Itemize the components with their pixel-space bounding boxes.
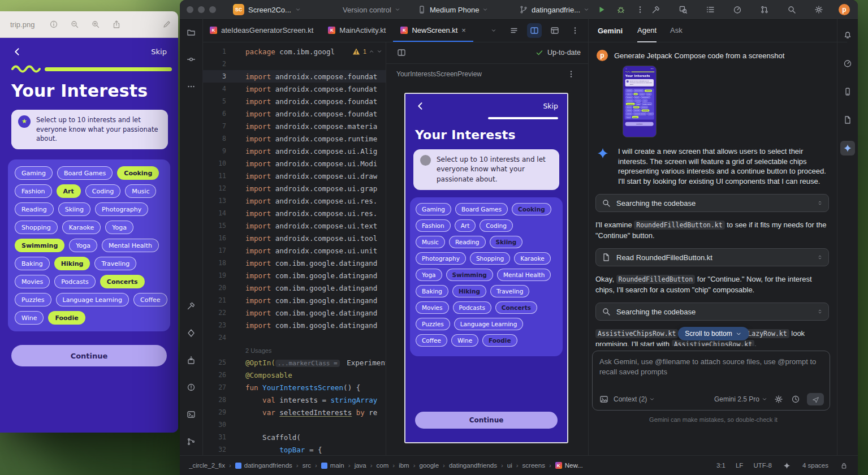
breadcrumb-item[interactable]: K datingandfriends	[449, 462, 507, 469]
breadcrumb-item[interactable]: K _circle_2_fix	[189, 462, 235, 469]
project-selector[interactable]: SC Screen2Co...	[233, 4, 301, 15]
breadcrumb-item[interactable]: K ibm	[399, 462, 419, 469]
zoom-in-icon[interactable]	[91, 20, 100, 29]
breadcrumb-item[interactable]: K src	[303, 462, 321, 469]
ai-status-icon[interactable]	[782, 460, 792, 470]
code-line[interactable]: 1package com.ibm.googl1	[202, 45, 386, 58]
vcs-widget[interactable]: Version control	[343, 0, 400, 19]
breadcrumb-item[interactable]: K java	[355, 462, 377, 469]
gemini-tab[interactable]: Agent	[637, 19, 657, 42]
more-tool-windows-icon[interactable]	[184, 79, 198, 94]
gemini-settings-icon[interactable]	[773, 394, 784, 405]
profile-avatar[interactable]: p	[839, 4, 850, 15]
pull-requests-icon[interactable]	[757, 2, 772, 17]
code-line[interactable]: 17import androidx.compose.ui.unit	[202, 244, 386, 257]
close-tab-icon[interactable]: ×	[461, 27, 466, 34]
breadcrumb-item[interactable]: K datingandfriends	[235, 462, 303, 469]
history-icon[interactable]	[790, 394, 801, 405]
code-line[interactable]: 20import com.ibm.google.datingand	[202, 282, 386, 294]
app-insights-icon[interactable]	[184, 326, 198, 340]
code-inspection-icon[interactable]	[676, 2, 690, 17]
breadcrumb-item[interactable]: K google	[420, 462, 449, 469]
gradle-icon[interactable]	[840, 56, 855, 71]
build-icon[interactable]	[649, 2, 663, 17]
code-line[interactable]: 30	[202, 418, 386, 431]
gemini-tab[interactable]: Ask	[670, 19, 683, 42]
line-ending[interactable]: LF	[736, 462, 743, 469]
code-line[interactable]: 5import androidx.compose.foundat	[202, 95, 386, 107]
zoom-out-icon[interactable]	[70, 20, 79, 29]
todo-list-icon[interactable]	[703, 2, 718, 17]
code-line[interactable]: 21import com.ibm.google.datingand	[202, 294, 386, 306]
hidden-tabs-icon[interactable]	[486, 23, 501, 38]
breadcrumb-item[interactable]: K ui	[507, 462, 522, 469]
tool-call-row[interactable]: Read RoundedFilledButton.kt	[595, 248, 829, 266]
expand-icon[interactable]	[817, 200, 823, 206]
code-line[interactable]: 31 Scaffold(	[202, 431, 386, 443]
send-button[interactable]	[807, 393, 824, 405]
branch-selector[interactable]: datingandfrie...	[519, 0, 589, 19]
code-line[interactable]: 22import com.ibm.google.datingand	[202, 306, 386, 319]
code-line[interactable]: 27fun YourInterestsScreen() {	[202, 381, 386, 394]
expand-icon[interactable]	[817, 309, 823, 314]
code-line[interactable]: 26@Composable	[202, 369, 386, 381]
file-encoding[interactable]: UTF-8	[753, 462, 772, 469]
profiler-icon[interactable]	[730, 2, 745, 17]
terminal-icon[interactable]	[184, 407, 198, 422]
code-line[interactable]: 7import androidx.compose.materia	[202, 120, 386, 132]
code-line[interactable]: 28 val interests = stringArray	[202, 394, 386, 406]
code-line[interactable]: 18import com.ibm.google.datingand	[202, 257, 386, 269]
breadcrumb-item[interactable]: K New...	[555, 462, 583, 469]
code-view-icon[interactable]	[507, 23, 521, 38]
code-line[interactable]: 13import androidx.compose.ui.res.	[202, 195, 386, 207]
debug-button[interactable]	[616, 0, 625, 19]
preview-layout-icon[interactable]	[394, 45, 409, 60]
gemini-tool-icon[interactable]	[840, 141, 855, 156]
editor-tab[interactable]: K MainActivity.kt ×	[321, 19, 393, 42]
code-editor[interactable]: 1package com.ibm.googl123import androidx…	[202, 42, 386, 456]
usages-hint[interactable]: 2 Usages	[245, 347, 271, 354]
close-button[interactable]	[187, 6, 193, 13]
lock-icon[interactable]	[839, 460, 849, 470]
breadcrumb-item[interactable]: K main	[321, 462, 355, 469]
editor-tab[interactable]: K NewScreen.kt ×	[393, 19, 473, 42]
gemini-prompt-input[interactable]	[598, 356, 824, 387]
caret-position[interactable]: 3:1	[716, 462, 726, 469]
breadcrumb-item[interactable]: K com	[377, 462, 399, 469]
code-line[interactable]: 12import androidx.compose.ui.grap	[202, 182, 386, 195]
resource-manager-icon[interactable]	[840, 113, 855, 127]
info-icon[interactable]	[49, 20, 58, 29]
design-view-icon[interactable]	[547, 23, 562, 38]
editor-options-icon[interactable]	[568, 23, 582, 38]
tool-call-row[interactable]: Searching the codebase	[595, 194, 829, 212]
inspections-widget[interactable]: 1	[352, 47, 386, 56]
code-line[interactable]: 8import androidx.compose.runtime	[202, 132, 386, 145]
run-button[interactable]	[597, 0, 606, 19]
project-tool-icon[interactable]	[184, 25, 198, 40]
problems-icon[interactable]	[184, 380, 198, 395]
code-line[interactable]: 15import androidx.compose.ui.text	[202, 219, 386, 232]
share-icon[interactable]	[112, 20, 121, 29]
scroll-to-bottom-button[interactable]: Scroll to bottom	[677, 327, 749, 340]
tool-call-row[interactable]: Searching the codebase	[595, 303, 829, 321]
attach-image-icon[interactable]	[598, 394, 610, 405]
code-line[interactable]: 19import com.ibm.google.datingand	[202, 269, 386, 282]
breadcrumb-item[interactable]: K screens	[522, 462, 555, 469]
device-explorer-icon[interactable]	[184, 353, 198, 368]
code-line[interactable]: 3import androidx.compose.foundat	[202, 70, 386, 83]
code-line[interactable]: 29 var selectedInterests by re	[202, 406, 386, 418]
running-devices-icon[interactable]	[840, 84, 855, 99]
code-line[interactable]: 23import com.ibm.google.datingand	[202, 319, 386, 331]
code-line[interactable]: 2	[202, 58, 386, 70]
preview-phone-frame[interactable]: Skip Your Interests Select up to 10 inte…	[404, 93, 568, 443]
more-actions-icon[interactable]	[636, 0, 645, 19]
version-control-icon[interactable]	[184, 434, 198, 449]
context-selector[interactable]: Context (2)	[614, 395, 655, 403]
build-tool-icon[interactable]	[184, 299, 198, 313]
screenshot-thumbnail[interactable]: Skip Your Interests ★ Select up to 10 in…	[623, 66, 657, 137]
code-line[interactable]: 16import androidx.compose.ui.tool	[202, 232, 386, 244]
code-line[interactable]: 4import androidx.compose.foundat	[202, 83, 386, 95]
notifications-icon[interactable]	[840, 28, 855, 42]
code-line[interactable]: 32 topBar = {	[202, 443, 386, 456]
minimize-button[interactable]	[198, 6, 205, 13]
